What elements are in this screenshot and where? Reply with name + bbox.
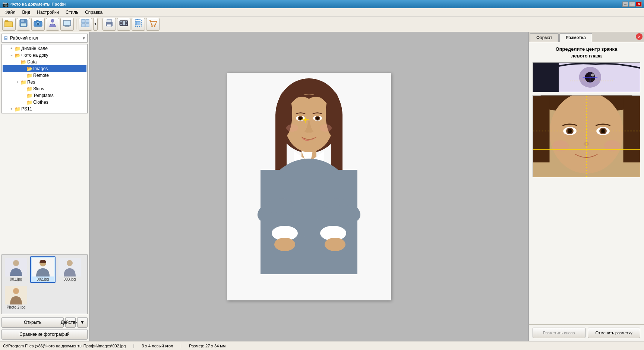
svg-rect-21 (107, 24, 111, 27)
tree-expand-images[interactable] (20, 66, 26, 72)
folder-dropdown-arrow: ▼ (82, 36, 86, 40)
tree-expand-data[interactable]: − (15, 59, 20, 65)
status-sep-2: | (180, 344, 181, 348)
tree-label-dizayn: Дизайн Кале (21, 46, 48, 51)
tree-label-images: Images (33, 66, 48, 71)
dropdown-arrow-icon: ▼ (94, 22, 97, 26)
tree-label-res: Res (27, 79, 35, 85)
tree-expand-skins[interactable] (20, 86, 26, 92)
compare-button[interactable]: Сравнение фотографий (1, 329, 88, 340)
toolbar: ▼ (0, 16, 644, 32)
svg-rect-75 (533, 62, 559, 92)
toolbar-print-btn[interactable] (102, 18, 116, 31)
menu-settings[interactable]: Настройки (34, 9, 62, 16)
person-icon (48, 19, 57, 29)
folder-icon-res: 📁 (20, 79, 26, 85)
left-panel: 🖥 Рабочий стол ▼ + 📁 Дизайн Кале − 📂 (0, 32, 89, 341)
tree-view: + 📁 Дизайн Кале − 📂 Фото на доку − 📂 Dat… (1, 44, 88, 113)
toolbar-layout-btn[interactable] (79, 18, 92, 31)
toolbar-save-btn[interactable] (17, 18, 30, 31)
svg-rect-9 (37, 20, 38, 22)
tree-label-data: Data (27, 59, 37, 65)
folder-selector[interactable]: 🖥 Рабочий стол ▼ (1, 34, 88, 43)
svg-rect-12 (64, 21, 70, 25)
menu-help[interactable]: Справка (82, 9, 105, 16)
svg-point-79 (591, 74, 594, 76)
svg-rect-25 (120, 21, 122, 22)
tree-node-res[interactable]: + 📁 Res (3, 79, 86, 85)
tab-format[interactable]: Формат (530, 33, 559, 42)
thumbnail-photo2[interactable]: Photo 2.jpg (3, 284, 29, 311)
face-portrait-svg (533, 96, 640, 177)
cart-icon (148, 19, 157, 29)
tree-label-skins: Skins (33, 86, 44, 91)
right-panel: Формат Разметка ✕ Определите центр зрачк… (528, 32, 644, 341)
tree-node-ps11[interactable]: + 📁 PS11 (3, 106, 86, 112)
toolbar-film-btn[interactable] (117, 18, 130, 31)
remark-button[interactable]: Разметить снова (533, 328, 585, 338)
toolbar-device-btn[interactable] (60, 18, 74, 31)
thumbnail-001[interactable]: 001.jpg (3, 256, 29, 283)
menu-file[interactable]: Файл (1, 9, 19, 16)
thumb-img-002 (32, 258, 54, 276)
toolbar-transform-btn[interactable] (132, 18, 145, 31)
panel-close-button[interactable]: ✕ (636, 33, 643, 40)
svg-point-59 (274, 238, 295, 251)
tree-expand-clothes[interactable] (20, 99, 26, 105)
status-bar: C:\Program Files (x86)\Фото на документы… (0, 341, 644, 350)
tree-expand-templates[interactable] (20, 93, 26, 99)
tree-node-images[interactable]: 📂 Images (3, 65, 86, 72)
menu-style[interactable]: Стиль (63, 9, 81, 16)
thumb-label-002: 002.jpg (37, 277, 49, 281)
status-sep-1: | (133, 344, 134, 348)
thumbnail-003[interactable]: 003.jpg (57, 256, 82, 283)
tree-node-dizayn[interactable]: + 📁 Дизайн Кале (3, 45, 86, 52)
maximize-button[interactable]: □ (629, 1, 635, 7)
actions-dropdown-button[interactable]: ▼ (77, 317, 88, 328)
svg-rect-89 (623, 96, 640, 163)
open-actions-row: Открыть Действия ▼ (1, 317, 88, 328)
tab-razmetka[interactable]: Разметка (559, 33, 592, 42)
toolbar-sep-1 (76, 19, 76, 29)
tree-node-data[interactable]: − 📂 Data (3, 59, 86, 65)
toolbar-camera-btn[interactable] (31, 18, 45, 31)
tree-node-skins[interactable]: 📁 Skins (3, 85, 86, 92)
main-layout: 🖥 Рабочий стол ▼ + 📁 Дизайн Кале − 📂 (0, 32, 644, 341)
toolbar-dropdown-btn[interactable]: ▼ (93, 18, 98, 31)
toolbar-person-btn[interactable] (46, 18, 59, 31)
menu-view[interactable]: Вид (19, 9, 34, 16)
panel-title-line1: Определите центр зрачка (556, 46, 618, 52)
close-button[interactable]: ✕ (636, 1, 642, 7)
svg-point-41 (67, 260, 73, 266)
tree-node-clothes[interactable]: 📁 Clothes (3, 99, 86, 106)
tree-expand-ps11[interactable]: + (9, 106, 15, 112)
menu-bar: Файл Вид Настройки Стиль Справка (0, 8, 644, 16)
thumb-img-photo2 (5, 286, 27, 304)
bottom-buttons: Открыть Действия ▼ Сравнение фотографий (0, 316, 89, 341)
actions-button[interactable]: Действия (65, 317, 76, 328)
status-size: Размер: 27 х 34 мм (189, 344, 225, 348)
tree-node-remote[interactable]: 📁 Remote (3, 72, 86, 79)
tree-node-templates[interactable]: 📁 Templates (3, 92, 86, 99)
folder-icon-remote: 📁 (26, 73, 32, 78)
tree-expand-remote[interactable] (20, 72, 26, 78)
open-button[interactable]: Открыть (1, 317, 64, 328)
svg-point-43 (13, 288, 19, 294)
tree-expand-res[interactable]: + (15, 79, 20, 85)
svg-point-69 (316, 117, 319, 120)
svg-rect-5 (21, 23, 26, 26)
thumbnail-002[interactable]: 002.jpg (30, 256, 56, 283)
svg-rect-16 (86, 19, 89, 23)
tree-expand-foto[interactable]: − (9, 52, 15, 58)
window-controls[interactable]: ─ □ ✕ (622, 1, 642, 7)
toolbar-cart-btn[interactable] (146, 18, 160, 31)
svg-rect-15 (82, 19, 85, 23)
cancel-markup-button[interactable]: Отменить разметку (588, 328, 641, 338)
thumb-label-photo2: Photo 2.jpg (7, 305, 26, 309)
toolbar-open-btn[interactable] (2, 18, 16, 31)
tree-expand-dizayn[interactable]: + (9, 46, 15, 51)
minimize-button[interactable]: ─ (622, 1, 628, 7)
folder-icon-templates: 📁 (26, 93, 32, 99)
tree-node-foto[interactable]: − 📂 Фото на доку (3, 52, 86, 59)
svg-rect-26 (120, 24, 122, 25)
